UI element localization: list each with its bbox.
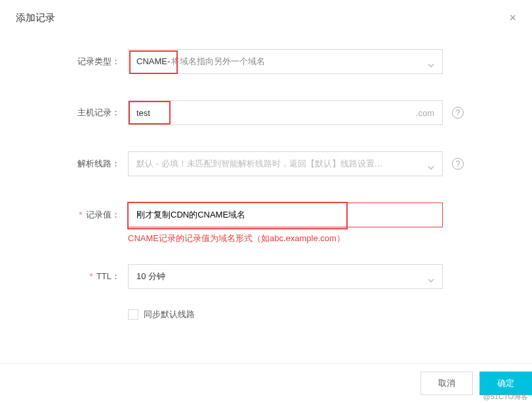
- record-type-rest: 将域名指向另外一个域名: [171, 56, 265, 66]
- control-resolution-line: 默认 - 必填！未匹配到智能解析线路时，返回【默认】线路设置… ?: [128, 151, 443, 176]
- modal-header: 添加记录 ×: [0, 0, 532, 36]
- chevron-down-icon: [428, 275, 434, 278]
- modal-footer: 取消 确定: [0, 363, 532, 403]
- row-record-type: 记录类型： CNAME- 将域名指向另外一个域名: [0, 49, 532, 74]
- control-record-value: CNAME记录的记录值为域名形式（如abc.example.com）: [128, 202, 443, 244]
- select-record-type[interactable]: CNAME- 将域名指向另外一个域名: [128, 49, 443, 74]
- help-icon[interactable]: ?: [452, 158, 464, 170]
- row-resolution-line: 解析线路： 默认 - 必填！未匹配到智能解析线路时，返回【默认】线路设置… ?: [0, 151, 532, 176]
- control-record-type: CNAME- 将域名指向另外一个域名: [128, 49, 443, 74]
- select-record-type-text: CNAME- 将域名指向另外一个域名: [136, 56, 422, 67]
- ttl-text: 10 分钟: [136, 271, 422, 282]
- host-record-wrapper: .com: [128, 100, 443, 125]
- chevron-down-icon: [428, 162, 434, 166]
- watermark: @51CTO博客: [483, 392, 528, 402]
- row-record-value: * 记录值： CNAME记录的记录值为域名形式（如abc.example.com…: [0, 202, 532, 244]
- label-host-record: 主机记录：: [0, 100, 128, 119]
- record-value-input[interactable]: [136, 203, 434, 227]
- label-resolution-line: 解析线路：: [0, 151, 128, 170]
- modal-body: 记录类型： CNAME- 将域名指向另外一个域名 主机记录：: [0, 36, 532, 320]
- modal-add-record: 添加记录 × 记录类型： CNAME- 将域名指向另外一个域名 主机记录：: [0, 0, 532, 403]
- row-host-record: 主机记录： .com ?: [0, 100, 532, 125]
- control-host-record: .com ?: [128, 100, 443, 125]
- label-ttl: * TTL：: [0, 264, 128, 282]
- select-resolution-line[interactable]: 默认 - 必填！未匹配到智能解析线路时，返回【默认】线路设置…: [128, 151, 443, 176]
- select-ttl[interactable]: 10 分钟: [128, 264, 443, 289]
- label-record-type: 记录类型：: [0, 49, 128, 67]
- record-value-input-wrap: [128, 202, 443, 227]
- record-value-error: CNAME记录的记录值为域名形式（如abc.example.com）: [128, 233, 443, 244]
- close-icon[interactable]: ×: [509, 12, 516, 24]
- row-sync-default: 同步默认线路: [128, 309, 532, 320]
- label-record-value: * 记录值：: [0, 202, 128, 221]
- resolution-line-text: 默认 - 必填！未匹配到智能解析线路时，返回【默认】线路设置…: [136, 158, 422, 170]
- help-icon[interactable]: ?: [452, 107, 464, 119]
- record-type-prefix: CNAME-: [136, 56, 173, 66]
- host-record-suffix: .com: [416, 108, 442, 118]
- sync-default-checkbox[interactable]: [128, 309, 138, 320]
- control-ttl: 10 分钟: [128, 264, 443, 289]
- modal-title: 添加记录: [16, 12, 516, 24]
- host-record-input[interactable]: [129, 101, 416, 125]
- cancel-button[interactable]: 取消: [420, 372, 473, 395]
- chevron-down-icon: [428, 60, 434, 64]
- sync-default-label: 同步默认线路: [144, 309, 195, 320]
- row-ttl: * TTL： 10 分钟: [0, 264, 532, 289]
